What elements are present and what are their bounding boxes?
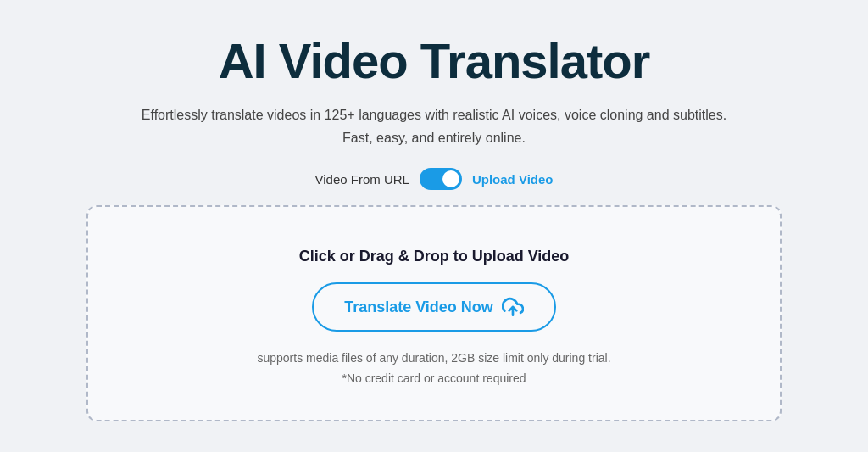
page-title: AI Video Translator [86, 34, 782, 88]
upload-dropzone[interactable]: Click or Drag & Drop to Upload Video Tra… [86, 205, 782, 421]
url-toggle[interactable] [420, 168, 462, 190]
toggle-label: Video From URL [314, 172, 409, 187]
support-line2: *No credit card or account required [342, 371, 526, 385]
toggle-slider [420, 168, 462, 190]
subtitle-line1: Effortlessly translate videos in 125+ la… [142, 108, 726, 122]
translate-button[interactable]: Translate Video Now [312, 282, 556, 332]
toggle-row: Video From URL Upload Video [86, 168, 782, 190]
dropzone-instruction: Click or Drag & Drop to Upload Video [299, 248, 570, 265]
support-line1: supports media files of any duration, 2G… [257, 351, 610, 365]
subtitle: Effortlessly translate videos in 125+ la… [86, 103, 782, 149]
support-text: supports media files of any duration, 2G… [257, 349, 610, 389]
subtitle-line2: Fast, easy, and entirely online. [342, 131, 526, 145]
upload-video-link[interactable]: Upload Video [472, 172, 554, 187]
main-container: AI Video Translator Effortlessly transla… [70, 0, 798, 452]
upload-cloud-icon [502, 296, 524, 318]
translate-button-label: Translate Video Now [344, 299, 493, 316]
